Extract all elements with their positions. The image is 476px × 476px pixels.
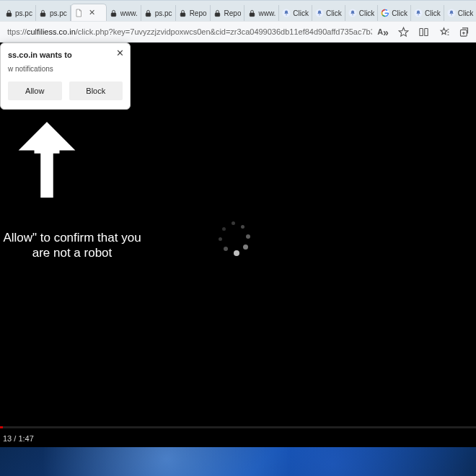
svg-rect-5: [215, 13, 219, 17]
tab-label: ps.pc: [50, 9, 67, 17]
lock-icon: [144, 9, 153, 17]
up-arrow-graphic: [14, 122, 79, 200]
svg-rect-1: [41, 13, 45, 17]
bell-icon: [447, 9, 456, 17]
page-icon: [74, 9, 83, 17]
permission-title: ss.co.in wants to: [8, 50, 123, 59]
tab-label: www.: [120, 9, 138, 17]
browser-tab[interactable]: Click: [444, 5, 476, 21]
tab-strip: ps.pcps.pc✕www.ps.pcRepoRepowww.ClickCli…: [0, 1, 476, 21]
favorite-star-icon[interactable]: [394, 23, 413, 40]
tab-label: ps.pc: [15, 9, 32, 17]
browser-tab[interactable]: Repo: [211, 5, 245, 21]
browser-tab[interactable]: Click: [279, 5, 312, 21]
bell-icon: [315, 9, 324, 17]
address-bar[interactable]: ttps://culfiliess.co.in/click.php?key=7u…: [3, 24, 372, 40]
svg-rect-4: [180, 13, 185, 17]
svg-marker-19: [399, 27, 408, 36]
browser-tab[interactable]: ps.pc: [1, 5, 36, 21]
svg-marker-29: [19, 122, 76, 198]
svg-rect-14: [385, 13, 389, 14]
url-path: /click.php?key=7uvyzzjzvidpoxwcs0en&cid=…: [76, 27, 372, 36]
address-bar-row: ttps://culfiliess.co.in/click.php?key=7u…: [0, 21, 476, 43]
tab-label: Click: [359, 9, 375, 17]
svg-rect-3: [146, 13, 151, 17]
svg-rect-2: [112, 13, 116, 17]
favorites-list-icon[interactable]: [434, 23, 453, 40]
lock-icon: [110, 9, 118, 17]
lock-icon: [247, 9, 256, 17]
svg-point-12: [352, 14, 353, 15]
allow-button[interactable]: Allow: [8, 81, 62, 100]
svg-rect-0: [6, 13, 11, 17]
browser-tab[interactable]: www.: [107, 5, 141, 21]
browser-tab[interactable]: ps.pc: [36, 5, 71, 21]
svg-point-16: [418, 14, 418, 15]
browser-tab[interactable]: Click: [411, 5, 444, 21]
svg-rect-20: [419, 28, 422, 35]
video-progress-fill: [0, 426, 3, 428]
close-tab-icon[interactable]: ✕: [87, 8, 95, 17]
tab-label: Click: [425, 9, 441, 17]
bell-icon: [348, 9, 357, 17]
google-icon: [381, 9, 389, 17]
svg-point-8: [286, 14, 287, 15]
bell-icon: [282, 9, 291, 17]
svg-rect-6: [250, 13, 254, 17]
browser-window: ps.pcps.pc✕www.ps.pcRepoRepowww.ClickCli…: [0, 0, 476, 447]
browser-tab[interactable]: Repo: [176, 5, 211, 21]
tab-label: www.: [258, 9, 276, 17]
notification-permission-dialog: ✕ ss.co.in wants to w notifications Allo…: [0, 43, 131, 110]
video-time-display: 13 / 1:47: [3, 434, 34, 443]
svg-rect-21: [424, 28, 427, 35]
split-screen-icon[interactable]: [414, 23, 433, 40]
browser-tab[interactable]: Click: [378, 5, 411, 21]
browser-tab[interactable]: www.: [244, 5, 279, 21]
lock-icon: [4, 9, 13, 17]
url-prefix: ttps://: [7, 27, 27, 36]
browser-tab[interactable]: ✕: [71, 4, 107, 21]
svg-point-18: [451, 14, 451, 15]
tab-label: Repo: [224, 9, 242, 17]
tab-label: Click: [326, 9, 342, 17]
lock-icon: [39, 9, 48, 17]
video-controls[interactable]: 13 / 1:47: [0, 426, 476, 447]
tab-label: Click: [293, 9, 309, 17]
tab-label: Click: [392, 9, 407, 17]
tab-label: Click: [458, 9, 474, 17]
bell-icon: [414, 9, 423, 17]
tab-label: ps.pc: [155, 9, 172, 17]
loading-spinner-icon: [216, 221, 251, 256]
block-button[interactable]: Block: [69, 81, 123, 100]
reading-mode-icon[interactable]: A»: [374, 23, 392, 40]
lock-icon: [213, 9, 222, 17]
close-icon[interactable]: ✕: [116, 48, 124, 58]
url-host: culfiliess.co.in: [27, 27, 76, 36]
browser-tab[interactable]: Click: [312, 5, 345, 21]
browser-tab[interactable]: Click: [345, 5, 379, 21]
tab-label: Repo: [190, 9, 207, 17]
lock-icon: [179, 9, 188, 17]
windows-taskbar[interactable]: [0, 447, 476, 476]
svg-point-10: [319, 14, 319, 15]
collections-icon[interactable]: [454, 23, 473, 40]
svg-marker-22: [441, 27, 447, 34]
video-progress-track[interactable]: [0, 426, 476, 428]
scam-instruction-text: Allow" to confirm that you are not a rob…: [0, 230, 144, 261]
browser-tab[interactable]: ps.pc: [141, 5, 176, 21]
permission-subtitle: w notifications: [8, 65, 123, 73]
page-content: ✕ ss.co.in wants to w notifications Allo…: [0, 43, 476, 447]
